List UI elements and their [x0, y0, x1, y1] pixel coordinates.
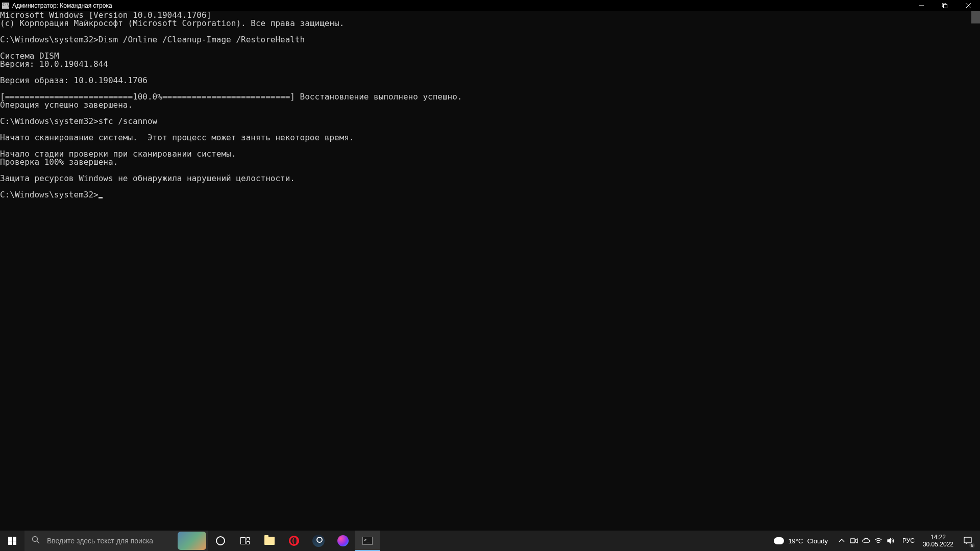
- system-tray: 19°C Cloudy РУС 14:22 30.05.2022 6: [768, 531, 980, 551]
- taskbar: Введите здесь текст для поиска 19°C Clou…: [0, 531, 980, 551]
- close-button[interactable]: [957, 0, 980, 11]
- cortana-button[interactable]: [208, 531, 233, 551]
- svg-marker-9: [888, 538, 891, 543]
- cursor: [99, 197, 103, 198]
- terminal-line: (c) Корпорация Майкрософт (Microsoft Cor…: [0, 19, 980, 28]
- start-button[interactable]: [0, 531, 24, 551]
- terminal-line: C:\Windows\system32>Dism /Online /Cleanu…: [0, 36, 980, 44]
- terminal-line: Начато сканирование системы. Этот процес…: [0, 134, 980, 142]
- titlebar-left: Администратор: Командная строка: [2, 2, 112, 9]
- search-icon: [32, 536, 40, 546]
- svg-point-5: [33, 537, 38, 542]
- terminal-line: Операция успешно завершена.: [0, 101, 980, 109]
- terminal-line: [0, 44, 980, 52]
- weather-condition: Cloudy: [807, 537, 827, 545]
- notification-count: 6: [969, 543, 975, 548]
- steam-icon: [312, 535, 325, 547]
- window-titlebar: Администратор: Командная строка: [0, 0, 980, 11]
- terminal-line: [0, 183, 980, 191]
- onedrive-icon[interactable]: [862, 536, 871, 545]
- cmd-icon: [2, 3, 9, 9]
- clock-date: 30.05.2022: [923, 541, 953, 548]
- terminal-line: C:\Windows\system32>sfc /scannow: [0, 117, 980, 126]
- opera-icon: [289, 536, 299, 546]
- colorful-circle-icon: [337, 535, 349, 546]
- terminal-line: Версия образа: 10.0.19044.1706: [0, 77, 980, 85]
- weather-temp: 19°C: [788, 537, 803, 545]
- meet-now-icon[interactable]: [849, 536, 859, 545]
- window-title: Администратор: Командная строка: [12, 2, 112, 9]
- weather-widget[interactable]: 19°C Cloudy: [768, 537, 834, 545]
- maximize-button[interactable]: [933, 0, 957, 11]
- svg-rect-2: [944, 5, 947, 8]
- terminal-output[interactable]: Microsoft Windows [Version 10.0.19044.17…: [0, 11, 980, 199]
- svg-line-6: [37, 541, 40, 544]
- terminal-line: Cистема DISM: [0, 52, 980, 60]
- explorer-button[interactable]: [257, 531, 282, 551]
- folder-icon: [264, 537, 275, 545]
- terminal-line: Защита ресурсов Windows не обнаружила на…: [0, 174, 980, 183]
- clock[interactable]: 14:22 30.05.2022: [919, 534, 958, 548]
- search-placeholder: Введите здесь текст для поиска: [47, 537, 153, 545]
- svg-marker-8: [855, 539, 857, 543]
- taskview-icon: [240, 537, 250, 544]
- window-controls: [910, 0, 980, 11]
- wifi-icon[interactable]: [874, 536, 883, 545]
- terminal-line: Версия: 10.0.19041.844: [0, 60, 980, 68]
- app-button[interactable]: [331, 531, 355, 551]
- svg-rect-7: [850, 539, 855, 543]
- cloud-icon: [774, 537, 784, 544]
- search-decoration-icon: [178, 532, 206, 550]
- terminal-line: [==========================100.0%=======…: [0, 93, 980, 101]
- terminal-line: Проверка 100% завершена.: [0, 158, 980, 166]
- terminal-icon: [362, 537, 373, 545]
- windows-logo-icon: [8, 537, 16, 545]
- svg-rect-10: [964, 537, 971, 543]
- tray-icons: [834, 536, 898, 545]
- terminal-prompt[interactable]: C:\Windows\system32>: [0, 191, 980, 199]
- terminal-line: Начало стадии проверки при сканировании …: [0, 150, 980, 158]
- language-indicator[interactable]: РУС: [898, 537, 919, 544]
- minimize-button[interactable]: [910, 0, 933, 11]
- cmd-taskbar-button[interactable]: [355, 531, 380, 551]
- notifications-button[interactable]: 6: [958, 531, 978, 551]
- clock-time: 14:22: [923, 534, 953, 541]
- steam-button[interactable]: [306, 531, 331, 551]
- volume-icon[interactable]: [886, 536, 895, 545]
- taskview-button[interactable]: [233, 531, 257, 551]
- svg-marker-11: [966, 543, 968, 544]
- chevron-up-icon[interactable]: [837, 536, 846, 545]
- circle-icon: [216, 536, 225, 545]
- opera-button[interactable]: [282, 531, 306, 551]
- search-box[interactable]: Введите здесь текст для поиска: [24, 531, 208, 551]
